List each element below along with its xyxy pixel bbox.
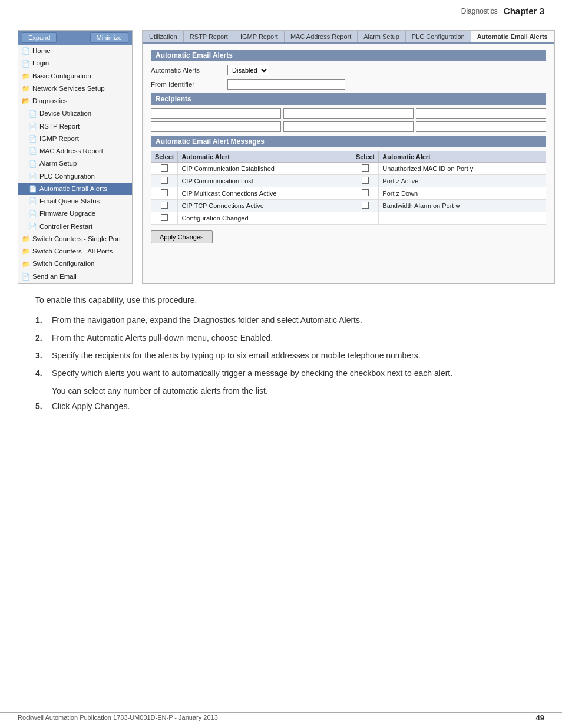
sidebar-label-mac-address-report: MAC Address Report xyxy=(39,146,103,156)
sidebar-item-alarm-setup[interactable]: 📄Alarm Setup xyxy=(18,157,132,170)
sidebar-item-firmware-upgrade[interactable]: 📄Firmware Upgrade xyxy=(18,207,132,220)
sidebar-item-igmp-report[interactable]: 📄IGMP Report xyxy=(18,133,132,145)
step-item-4: 4.Specify which alerts you want to autom… xyxy=(35,368,527,378)
sidebar: Expand Minimize 📄Home📄Login📁Basic Config… xyxy=(18,30,133,284)
step-text-4: Specify which alerts you want to automat… xyxy=(52,368,527,378)
sidebar-item-controller-restart[interactable]: 📄Controller Restart xyxy=(18,220,132,233)
right-check-0[interactable] xyxy=(352,163,378,175)
page-icon: 📄 xyxy=(22,272,30,281)
sidebar-item-automatic-email-alerts[interactable]: 📄Automatic Email Alerts xyxy=(18,183,132,195)
page-icon: 📄 xyxy=(29,122,37,130)
right-check-1[interactable] xyxy=(352,175,378,187)
right-check-2[interactable] xyxy=(352,187,378,200)
text-content: To enable this capability, use this proc… xyxy=(0,284,562,431)
sidebar-label-plc-configuration: PLC Configuration xyxy=(39,172,95,182)
left-check-3[interactable] xyxy=(151,200,178,212)
sub-note: You can select any number of automatic a… xyxy=(52,386,527,396)
sidebar-item-switch-counters-all[interactable]: 📁Switch Counters - All Ports xyxy=(18,245,132,258)
sidebar-label-basic-config: Basic Configuration xyxy=(32,71,91,81)
recipient-3[interactable] xyxy=(416,108,546,119)
expand-button[interactable]: Expand xyxy=(22,32,57,43)
step-text-3: Specify the recipients for the alerts by… xyxy=(52,351,527,360)
step-num-2: 2. xyxy=(35,333,52,342)
left-check-1[interactable] xyxy=(151,175,178,187)
step-num-4: 4. xyxy=(35,368,52,378)
recipient-4[interactable] xyxy=(151,121,281,132)
col1-alert-header: Automatic Alert xyxy=(178,151,352,163)
from-identifier-input[interactable] xyxy=(227,79,345,90)
sidebar-item-network-services[interactable]: 📁Network Services Setup xyxy=(18,83,132,95)
automatic-alerts-select[interactable]: Disabled Enabled xyxy=(227,65,269,75)
recipients-grid xyxy=(151,108,546,132)
page-icon: 📄 xyxy=(29,222,37,230)
sidebar-label-igmp-report: IGMP Report xyxy=(39,134,79,144)
sidebar-item-switch-counters-single[interactable]: 📁Switch Counters - Single Port xyxy=(18,233,132,245)
folder-icon: 📁 xyxy=(22,260,30,268)
left-check-0[interactable] xyxy=(151,163,178,175)
sidebar-label-automatic-email-alerts: Automatic Email Alerts xyxy=(39,184,107,194)
sidebar-label-email-queue-status: Email Queue Status xyxy=(39,196,100,206)
sidebar-item-login[interactable]: 📄Login xyxy=(18,57,132,70)
left-alert-label-2: CIP Multicast Connections Active xyxy=(178,187,352,200)
tab-utilization[interactable]: Utilization xyxy=(143,31,184,42)
left-check-2[interactable] xyxy=(151,187,178,200)
page-icon: 📄 xyxy=(29,197,37,206)
sidebar-label-diagnostics: Diagnostics xyxy=(32,96,67,106)
sidebar-label-firmware-upgrade: Firmware Upgrade xyxy=(39,209,95,219)
apply-changes-button[interactable]: Apply Changes xyxy=(151,230,213,243)
recipient-6[interactable] xyxy=(416,121,546,132)
automatic-alerts-label: Automatic Alerts xyxy=(151,67,227,74)
sidebar-item-rstp-report[interactable]: 📄RSTP Report xyxy=(18,120,132,133)
sidebar-item-mac-address-report[interactable]: 📄MAC Address Report xyxy=(18,145,132,157)
automatic-alerts-row: Automatic Alerts Disabled Enabled xyxy=(151,65,546,75)
page-icon: 📄 xyxy=(29,147,37,156)
sidebar-item-basic-config[interactable]: 📁Basic Configuration xyxy=(18,70,132,83)
table-row: Configuration Changed xyxy=(151,212,546,225)
folder-icon: 📁 xyxy=(22,248,30,256)
tab-alarm-setup[interactable]: Alarm Setup xyxy=(358,31,406,42)
recipient-1[interactable] xyxy=(151,108,281,119)
sidebar-label-home: Home xyxy=(32,46,51,56)
from-identifier-label: From Identifier xyxy=(151,81,227,88)
recipients-header: Recipients xyxy=(151,93,546,105)
right-check-4[interactable] xyxy=(352,212,378,225)
col2-select-header: Select xyxy=(352,151,378,163)
minimize-button[interactable]: Minimize xyxy=(90,32,128,43)
tab-rstp-report[interactable]: RSTP Report xyxy=(184,31,234,42)
sidebar-label-device-utilization: Device Utilization xyxy=(39,108,91,118)
content-pane: UtilizationRSTP ReportIGMP ReportMAC Add… xyxy=(142,30,555,284)
intro-text: To enable this capability, use this proc… xyxy=(35,295,527,305)
right-alert-label-0: Unauthorized MAC ID on Port y xyxy=(379,163,546,175)
sidebar-label-switch-configuration: Switch Configuration xyxy=(32,259,94,269)
sidebar-label-send-email: Send an Email xyxy=(32,272,77,282)
sidebar-label-switch-counters-all: Switch Counters - All Ports xyxy=(32,246,113,256)
sidebar-item-home[interactable]: 📄Home xyxy=(18,45,132,57)
sidebar-item-device-utilization[interactable]: 📄Device Utilization xyxy=(18,107,132,120)
right-check-3[interactable] xyxy=(352,200,378,212)
sidebar-item-switch-configuration[interactable]: 📁Switch Configuration xyxy=(18,258,132,270)
sidebar-item-email-queue-status[interactable]: 📄Email Queue Status xyxy=(18,195,132,207)
sidebar-label-controller-restart: Controller Restart xyxy=(39,222,92,232)
sidebar-toolbar: Expand Minimize xyxy=(18,31,132,45)
steps-list: 1.From the navigation pane, expand the D… xyxy=(35,315,527,411)
tab-plc-configuration[interactable]: PLC Configuration xyxy=(406,31,471,42)
recipient-2[interactable] xyxy=(283,108,414,119)
step-text-2: From the Automatic Alerts pull-down menu… xyxy=(52,333,527,342)
sidebar-item-send-email[interactable]: 📄Send an Email xyxy=(18,271,132,283)
tab-automatic-email-alerts[interactable]: Automatic Email Alerts xyxy=(471,31,554,44)
left-alert-label-4: Configuration Changed xyxy=(178,212,352,225)
left-alert-label-3: CIP TCP Connections Active xyxy=(178,200,352,212)
folder-icon: 📁 xyxy=(22,84,30,93)
left-alert-label-1: CIP Communication Lost xyxy=(178,175,352,187)
sidebar-item-diagnostics[interactable]: 📂Diagnostics xyxy=(18,95,132,107)
tab-bar: UtilizationRSTP ReportIGMP ReportMAC Add… xyxy=(143,31,554,44)
table-row: CIP Communication EstablishedUnauthorize… xyxy=(151,163,546,175)
sidebar-item-plc-configuration[interactable]: 📄PLC Configuration xyxy=(18,170,132,183)
recipient-5[interactable] xyxy=(283,121,414,132)
sidebar-items-container: 📄Home📄Login📁Basic Configuration📁Network … xyxy=(18,45,132,283)
left-check-4[interactable] xyxy=(151,212,178,225)
col1-select-header: Select xyxy=(151,151,178,163)
tab-mac-address-report[interactable]: MAC Address Report xyxy=(285,31,358,42)
step-num-5: 5. xyxy=(35,401,52,411)
tab-igmp-report[interactable]: IGMP Report xyxy=(234,31,285,42)
